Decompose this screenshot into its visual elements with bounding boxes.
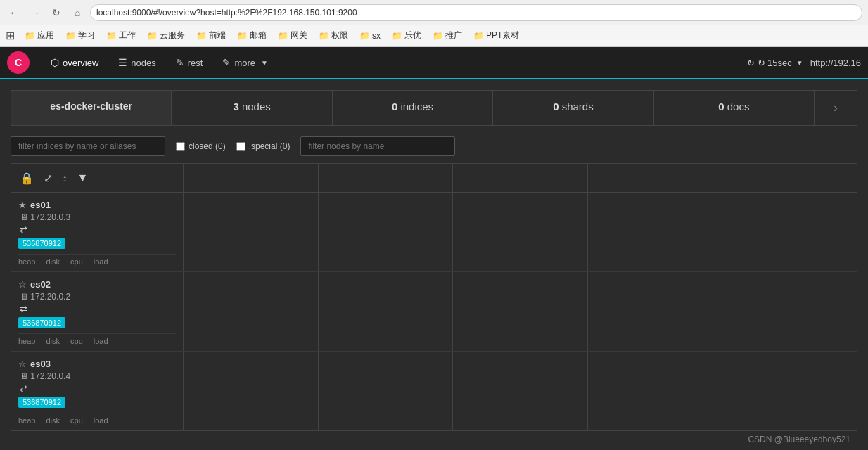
disk-label-es02: disk — [46, 337, 60, 345]
shards-stat-cell: 0 shards — [493, 91, 653, 125]
filter-indices-input[interactable] — [11, 136, 165, 156]
home-button[interactable]: ⌂ — [69, 4, 86, 21]
node-data-es02-4 — [588, 272, 723, 351]
node-metrics-es03: heap disk cpu load — [18, 413, 176, 425]
node-data-es03-5 — [722, 352, 857, 430]
apps-icon[interactable]: ⊞ — [6, 29, 15, 42]
nav-rest[interactable]: ✎ rest — [166, 47, 213, 79]
node-type-icon-es01: ⇄ — [18, 224, 176, 235]
filter-button[interactable]: ▼ — [76, 170, 90, 186]
bookmark-frontend[interactable]: 📁前端 — [192, 28, 230, 43]
more-stat-icon: › — [834, 101, 838, 115]
node-type-icon: ⇄ — [20, 224, 27, 235]
closed-checkbox[interactable] — [176, 142, 185, 151]
nav-right: ↻ ↻ 15sec ▼ http://192.16 — [747, 58, 862, 68]
more-stat-cell[interactable]: › — [815, 91, 857, 125]
star-icon-es01[interactable]: ★ — [18, 200, 27, 210]
node-data-es02-1 — [184, 272, 319, 351]
node-info-es02: ☆ es02 🖥 172.20.0.2 ⇄ 536870912 heap dis… — [11, 272, 184, 351]
disk-label-es03: disk — [46, 416, 60, 425]
header-col-1 — [184, 164, 319, 192]
nav-more-label: more — [234, 58, 255, 68]
bookmark-email[interactable]: 📁邮箱 — [233, 28, 271, 43]
special-checkbox[interactable] — [236, 142, 245, 151]
node-badge-es03: 536870912 — [18, 397, 65, 408]
header-col-4 — [588, 164, 723, 192]
heap-label-es01: heap — [18, 257, 35, 266]
heap-label-es02: heap — [18, 337, 35, 345]
load-label-es01: load — [94, 257, 108, 266]
nodes-icon: ☰ — [118, 57, 127, 68]
nav-overview[interactable]: ⬡ overview — [41, 47, 108, 79]
node-data-es03-4 — [588, 352, 723, 430]
address-bar[interactable] — [90, 4, 862, 21]
app-logo: C — [7, 51, 30, 74]
refresh-interval-button[interactable]: ↻ ↻ 15sec ▼ — [747, 58, 803, 68]
expand-button[interactable]: ⤢ — [42, 170, 54, 186]
more-arrow-icon: ▼ — [261, 59, 268, 67]
stats-row: es-docker-cluster 3 nodes 0 indices 0 sh… — [11, 90, 857, 126]
special-label: .special (0) — [249, 141, 291, 151]
node-data-es02-3 — [453, 272, 588, 351]
load-label-es02: load — [94, 337, 108, 345]
cpu-label-es03: cpu — [70, 416, 83, 425]
sort-az-icon: ↕ — [63, 173, 68, 184]
node-badge-es01: 536870912 — [18, 238, 65, 249]
refresh-label: ↻ 15sec — [758, 58, 792, 68]
docs-count: 0 — [718, 101, 724, 112]
filter-row: closed (0) .special (0) — [11, 136, 857, 156]
node-data-es03-2 — [319, 352, 454, 430]
bookmark-cloud[interactable]: 📁云服务 — [143, 28, 189, 43]
table-row: ☆ es03 🖥 172.20.0.4 ⇄ 536870912 heap dis… — [11, 352, 857, 430]
node-data-es03-1 — [184, 352, 319, 430]
special-checkbox-label[interactable]: .special (0) — [236, 141, 291, 151]
filter-nodes-input[interactable] — [300, 136, 455, 156]
browser-toolbar: ← → ↻ ⌂ — [0, 0, 868, 25]
node-name-line-es01: ★ es01 — [18, 200, 176, 210]
node-name-line-es02: ☆ es02 — [18, 279, 176, 290]
star-icon-es02[interactable]: ☆ — [18, 279, 27, 290]
header-col-5 — [722, 164, 857, 192]
lock-toggle-button[interactable]: 🔒 — [18, 170, 35, 186]
nav-nodes[interactable]: ☰ nodes — [108, 47, 165, 79]
refresh-button[interactable]: ↻ — [48, 4, 65, 21]
table-row: ☆ es02 🖥 172.20.0.2 ⇄ 536870912 heap dis… — [11, 272, 857, 352]
refresh-icon: ↻ — [747, 58, 755, 68]
indices-count: 0 — [392, 101, 397, 112]
node-metrics-es01: heap disk cpu load — [18, 254, 176, 266]
hdd-icon-es02: 🖥 — [20, 292, 28, 302]
nav-rest-label: rest — [188, 58, 203, 68]
bookmark-study[interactable]: 📁学习 — [61, 28, 99, 43]
bookmark-ppt[interactable]: 📁PPT素材 — [469, 28, 523, 43]
bookmark-apps[interactable]: 📁应用 — [20, 28, 58, 43]
table-header: 🔒 ⤢ ↕ ▼ — [11, 164, 857, 193]
header-node-info: 🔒 ⤢ ↕ ▼ — [11, 164, 184, 192]
node-type-icon-es03: ⇄ — [18, 383, 176, 394]
bookmark-auth[interactable]: 📁权限 — [314, 28, 352, 43]
node-data-es01-3 — [453, 193, 588, 271]
header-col-3 — [453, 164, 588, 192]
bookmark-sx[interactable]: 📁sx — [355, 30, 385, 42]
bookmark-promo[interactable]: 📁推广 — [428, 28, 466, 43]
forward-button[interactable]: → — [27, 4, 44, 21]
star-icon-es03[interactable]: ☆ — [18, 359, 27, 369]
hdd-icon-es01: 🖥 — [20, 212, 28, 222]
node-data-es01-5 — [722, 193, 857, 271]
node-type-icon-3: ⇄ — [20, 383, 27, 394]
cpu-label-es02: cpu — [70, 337, 83, 345]
nav-more[interactable]: ✎ more ▼ — [212, 47, 278, 79]
bookmark-leyou[interactable]: 📁乐优 — [388, 28, 426, 43]
sort-button[interactable]: ↕ — [61, 172, 69, 185]
indices-stat-cell: 0 indices — [333, 91, 493, 125]
host-label: http://192.16 — [810, 58, 861, 68]
expand-icon: ⤢ — [44, 172, 53, 185]
closed-checkbox-label[interactable]: closed (0) — [176, 141, 226, 151]
node-name-line-es03: ☆ es03 — [18, 359, 176, 369]
node-name-es01: es01 — [30, 200, 51, 210]
node-data-es02-2 — [319, 272, 454, 351]
back-button[interactable]: ← — [6, 4, 23, 21]
bookmark-work[interactable]: 📁工作 — [102, 28, 140, 43]
watermark: CSDN @Blueeeyedboy521 — [11, 431, 857, 448]
browser-chrome: ← → ↻ ⌂ ⊞ 📁应用 📁学习 📁工作 📁云服务 📁前端 📁邮箱 📁网关 📁… — [0, 0, 868, 47]
bookmark-gateway[interactable]: 📁网关 — [274, 28, 312, 43]
